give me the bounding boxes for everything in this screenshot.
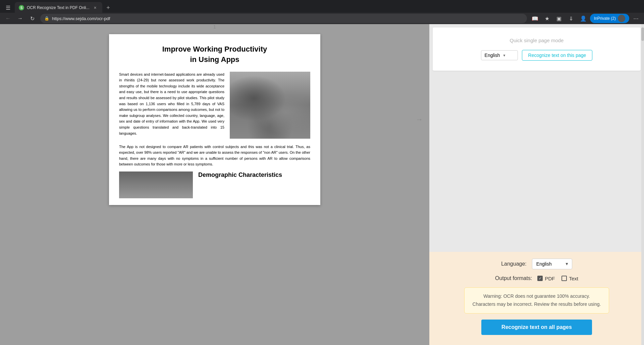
tab-favicon: S [19, 5, 24, 10]
more-btn[interactable]: ⋯ [631, 13, 641, 24]
lock-icon: 🔒 [44, 16, 49, 21]
tab-title: OCR Recognize Text in PDF Onli... [27, 5, 90, 10]
forward-btn[interactable]: → [15, 13, 25, 24]
pdf-area: 1 Improve Working Productivity in Using … [0, 24, 429, 345]
pdf-next-arrow[interactable]: → [413, 113, 426, 126]
checkbox-group: PDF Text [537, 276, 578, 281]
favorites-btn[interactable]: ★ [542, 13, 552, 24]
pdf-checkbox-label: PDF [545, 276, 555, 281]
pdf-checkbox-item[interactable]: PDF [537, 276, 555, 281]
back-btn[interactable]: ← [3, 13, 13, 24]
pdf-section-title: Demographic Characteristics [198, 171, 282, 179]
output-formats-label: Output formats: [495, 275, 532, 281]
inprivate-btn[interactable]: InPrivate (2) [590, 14, 629, 23]
address-text: https://www.sejda.com/ocr-pdf [52, 16, 523, 21]
downloads-btn[interactable]: ⇓ [566, 13, 577, 24]
pdf-page: Improve Working Productivity in Using Ap… [109, 34, 320, 205]
browser-toolbar: ← → ↻ 🔒 https://www.sejda.com/ocr-pdf 📖 … [0, 13, 644, 24]
text-checkbox-item[interactable]: Text [561, 276, 578, 281]
output-row: Output formats: PDF Text [495, 275, 578, 281]
quick-mode-box: Quick single page mode English ▼ Recogni… [433, 27, 641, 71]
warning-box: Warning: OCR does not guarantee 100% acc… [464, 287, 609, 314]
text-checkbox[interactable] [561, 276, 567, 281]
quick-mode-label: Quick single page mode [510, 38, 564, 43]
language-row: Language: English ▼ [501, 259, 572, 269]
right-scrollbar[interactable] [641, 24, 644, 345]
pdf-checkbox[interactable] [537, 276, 543, 281]
pdf-page-number: 1 [213, 24, 216, 29]
main-content: 1 Improve Working Productivity in Using … [0, 24, 644, 345]
pdf-body: Smart devices and internet-based applica… [119, 72, 310, 139]
collections-btn[interactable]: ▣ [554, 13, 565, 24]
browser-chrome: ☰ S OCR Recognize Text in PDF Onli... × … [0, 0, 644, 24]
tab-bar: ☰ S OCR Recognize Text in PDF Onli... × … [0, 0, 644, 13]
toolbar-right-controls: 📖 ★ ▣ ⇓ 👤 InPrivate (2) ⋯ [530, 13, 641, 24]
profile-btn[interactable]: 👤 [578, 13, 589, 24]
tab-close-btn[interactable]: × [92, 5, 98, 11]
new-tab-btn[interactable]: + [104, 3, 113, 12]
sidebar-toggle-btn[interactable]: ☰ [3, 2, 13, 13]
scrollbar-thumb [641, 27, 644, 41]
text-checkbox-label: Text [569, 276, 578, 281]
active-tab[interactable]: S OCR Recognize Text in PDF Onli... × [15, 2, 102, 13]
pdf-section-row: Demographic Characteristics [119, 171, 310, 198]
pdf-section-image [119, 171, 193, 198]
dropdown-arrow-icon: ▼ [503, 54, 506, 57]
language-select[interactable]: English [532, 259, 572, 269]
pdf-paragraph2: The App is not designed to compare AR pa… [119, 144, 310, 167]
language-dropdown-wrap: English ▼ [532, 259, 572, 269]
recognize-all-btn[interactable]: Recognize text on all pages [481, 320, 592, 335]
quick-language-value: English [485, 53, 500, 58]
warning-line2: Characters may be incorrect. Review the … [473, 300, 601, 308]
address-bar[interactable]: 🔒 https://www.sejda.com/ocr-pdf [40, 14, 527, 23]
spacer [429, 74, 644, 252]
language-label: Language: [501, 261, 527, 267]
warning-line1: Warning: OCR does not guarantee 100% acc… [473, 292, 601, 300]
refresh-btn[interactable]: ↻ [27, 13, 38, 24]
inprivate-label: InPrivate (2) [594, 16, 616, 21]
avatar [618, 15, 625, 22]
recognize-page-btn[interactable]: Recognize text on this page [522, 50, 593, 61]
bottom-panel: Language: English ▼ Output formats: PDF [429, 252, 644, 345]
pdf-image [230, 72, 310, 139]
right-panel: Quick single page mode English ▼ Recogni… [429, 24, 644, 345]
quick-mode-controls: English ▼ Recognize text on this page [481, 50, 593, 61]
pdf-title: Improve Working Productivity in Using Ap… [119, 44, 310, 65]
quick-language-dropdown[interactable]: English ▼ [481, 50, 518, 60]
pdf-body-text: Smart devices and internet-based applica… [119, 72, 224, 139]
reader-view-btn[interactable]: 📖 [530, 13, 540, 24]
